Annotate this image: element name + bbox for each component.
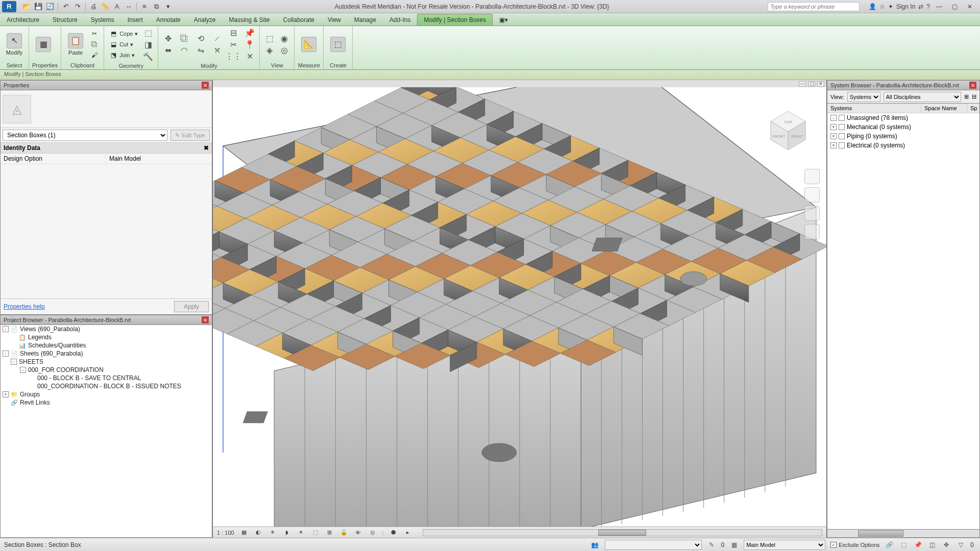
properties-panel-header[interactable]: Properties ✕ bbox=[0, 80, 212, 90]
rendering-icon[interactable]: ✶ bbox=[297, 529, 306, 537]
split-icon[interactable]: ✂ bbox=[227, 39, 240, 50]
demolish-icon[interactable]: 🔨 bbox=[141, 51, 155, 62]
tab-view[interactable]: View bbox=[321, 14, 348, 26]
paste-button[interactable]: 📋Paste bbox=[64, 29, 87, 60]
wall-opening-icon[interactable]: ⬚ bbox=[141, 27, 155, 38]
worksharing-icon[interactable]: ⬢ bbox=[389, 529, 398, 537]
system-browser-close-icon[interactable]: ✕ bbox=[969, 82, 976, 89]
tab-collaborate[interactable]: Collaborate bbox=[277, 14, 321, 26]
tab-modify-section-boxes[interactable]: Modify | Section Boxes bbox=[417, 14, 493, 26]
mirror-icon[interactable]: ⇋ bbox=[194, 45, 207, 56]
design-option-select[interactable]: Main Model bbox=[744, 540, 825, 550]
move-icon[interactable]: ✥ bbox=[161, 33, 175, 44]
matchtype-button[interactable]: 🖌 bbox=[88, 50, 101, 60]
tab-analyze[interactable]: Analyze bbox=[187, 14, 223, 26]
more-icon[interactable]: ▸ bbox=[403, 529, 412, 537]
system-item[interactable]: -Unassigned (78 items) bbox=[827, 113, 979, 122]
help-icon[interactable]: ? bbox=[926, 3, 930, 10]
signin-button[interactable]: Sign In bbox=[896, 3, 915, 10]
tab-addins[interactable]: Add-Ins bbox=[383, 14, 417, 26]
sun-path-icon[interactable]: ☀ bbox=[268, 529, 277, 537]
workset-icon[interactable]: 👥 bbox=[591, 541, 600, 549]
system-checkbox[interactable] bbox=[839, 142, 845, 148]
header-space-name[interactable]: Space Name bbox=[921, 104, 967, 113]
shadows-icon[interactable]: ◗ bbox=[282, 529, 291, 537]
detail-level-icon[interactable]: ▦ bbox=[239, 529, 249, 537]
tree-toggle-icon[interactable]: - bbox=[11, 359, 17, 365]
tab-massing-site[interactable]: Massing & Site bbox=[223, 14, 277, 26]
redo-icon[interactable]: ↷ bbox=[72, 2, 83, 11]
help-search-input[interactable] bbox=[768, 2, 860, 11]
system-tool-icon-1[interactable]: ⊞ bbox=[964, 93, 969, 100]
project-browser-header[interactable]: Project Browser - Parabolla-Architecture… bbox=[0, 315, 212, 325]
system-browser-header[interactable]: System Browser - Parabolla-Architecture-… bbox=[827, 80, 980, 90]
property-row[interactable]: Design Option Main Model bbox=[1, 154, 212, 164]
tab-architecture[interactable]: Architecture bbox=[0, 14, 46, 26]
zoom-icon[interactable] bbox=[804, 206, 820, 221]
edit-type-button[interactable]: ✎Edit Type bbox=[170, 130, 210, 141]
apply-button[interactable]: Apply bbox=[174, 301, 209, 312]
tree-toggle-icon[interactable]: - bbox=[20, 367, 26, 373]
copy-clipboard-button[interactable]: ⿻ bbox=[88, 39, 101, 49]
system-tool-icon-2[interactable]: ⊟ bbox=[972, 93, 976, 100]
crop-region-icon[interactable]: ⊞ bbox=[325, 529, 334, 537]
ribbon-expand-icon[interactable]: ▣▾ bbox=[493, 14, 514, 26]
tab-manage[interactable]: Manage bbox=[348, 14, 383, 26]
view-icon-3[interactable]: ◉ bbox=[278, 33, 291, 44]
subscription-icon[interactable]: 👤 bbox=[869, 3, 876, 10]
tree-toggle-icon[interactable]: - bbox=[3, 326, 9, 332]
view-icon-2[interactable]: ◈ bbox=[263, 44, 276, 56]
mirror2-icon[interactable]: ⤧ bbox=[210, 45, 224, 56]
cut-geom-button[interactable]: ⬓Cut▾ bbox=[107, 39, 140, 49]
communication-icon[interactable]: ⇄ bbox=[918, 3, 923, 10]
tree-item[interactable]: 📋Legends bbox=[1, 333, 212, 341]
properties-help-link[interactable]: Properties help bbox=[4, 303, 45, 310]
header-systems[interactable]: Systems bbox=[827, 104, 921, 113]
tab-insert[interactable]: Insert bbox=[121, 14, 150, 26]
delete-icon[interactable]: ✕ bbox=[243, 51, 256, 62]
select-underlay-icon[interactable]: ⬚ bbox=[899, 541, 908, 549]
view-icon-1[interactable]: ⬚ bbox=[263, 33, 276, 44]
select-links-icon[interactable]: 🔗 bbox=[885, 541, 894, 549]
exchange-icon[interactable]: ✦ bbox=[888, 3, 893, 10]
cope-button[interactable]: ⬒Cope▾ bbox=[107, 29, 140, 39]
filter-icon[interactable]: ▽ bbox=[956, 541, 965, 549]
system-item[interactable]: +Mechanical (0 systems) bbox=[827, 122, 979, 132]
viewport-h-scrollbar[interactable] bbox=[423, 529, 823, 536]
sync-icon[interactable]: 🔄 bbox=[45, 2, 55, 11]
view-cube[interactable]: TOP FRONT RIGHT bbox=[765, 108, 811, 154]
app-logo[interactable]: R bbox=[2, 1, 16, 12]
steering-wheel-icon[interactable] bbox=[804, 169, 820, 184]
system-checkbox[interactable] bbox=[839, 124, 845, 130]
save-icon[interactable]: 💾 bbox=[33, 2, 43, 11]
tree-item[interactable]: 000_COORDINATION - BLOCK B - ISSUED NOTE… bbox=[1, 382, 212, 390]
design-options-icon[interactable]: ▦ bbox=[729, 541, 739, 549]
tree-toggle-icon[interactable]: + bbox=[3, 391, 9, 397]
visual-style-icon[interactable]: ◐ bbox=[254, 529, 263, 537]
system-view-select[interactable]: Systems bbox=[847, 92, 880, 102]
print-icon[interactable]: 🖨 bbox=[88, 2, 99, 11]
properties-close-icon[interactable]: ✕ bbox=[202, 82, 209, 89]
active-workset-select[interactable] bbox=[605, 540, 702, 550]
tree-item[interactable]: 📊Schedules/Quantities bbox=[1, 341, 212, 349]
drag-icon[interactable]: ✥ bbox=[942, 541, 951, 549]
orbit-icon[interactable] bbox=[804, 224, 820, 239]
tree-toggle-icon[interactable]: + bbox=[830, 142, 837, 148]
3d-viewport[interactable]: TOP FRONT RIGHT bbox=[213, 87, 826, 527]
tree-toggle-icon[interactable]: + bbox=[830, 133, 837, 139]
type-selector[interactable]: Section Boxes (1) bbox=[3, 130, 167, 141]
text-icon[interactable]: A bbox=[112, 2, 122, 11]
system-checkbox[interactable] bbox=[839, 115, 845, 121]
offset-icon[interactable]: ◠ bbox=[178, 45, 191, 56]
system-item[interactable]: +Electrical (0 systems) bbox=[827, 141, 979, 150]
editable-only-icon[interactable]: ✎ bbox=[707, 541, 716, 549]
properties-button[interactable]: ▦ bbox=[32, 29, 55, 60]
viewport-maximize-icon[interactable]: ▢ bbox=[808, 81, 815, 87]
select-pinned-icon[interactable]: 📌 bbox=[913, 541, 922, 549]
unlock-view-icon[interactable]: 🔓 bbox=[339, 529, 349, 537]
split-face-icon[interactable]: ◨ bbox=[141, 39, 155, 50]
minimize-icon[interactable]: — bbox=[933, 2, 945, 11]
tree-item[interactable]: -📄Sheets (690_Parabola) bbox=[1, 349, 212, 358]
trim-icon[interactable]: ⟋ bbox=[210, 33, 224, 44]
thin-lines-icon[interactable]: ≡ bbox=[139, 2, 150, 11]
